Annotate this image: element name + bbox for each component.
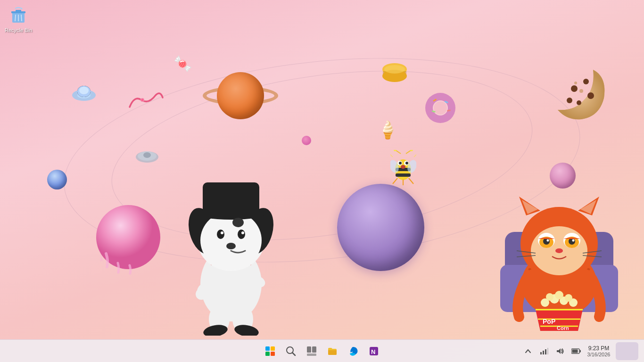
svg-line-3 <box>15 15 16 21</box>
disc-object <box>134 148 158 164</box>
pink-planet-object <box>92 202 165 277</box>
orbit-ring-1 <box>101 47 544 264</box>
svg-point-18 <box>382 63 407 75</box>
jellyfish-object <box>127 90 165 115</box>
clock-display[interactable]: 9:23 PM 3/16/2026 <box>585 345 613 357</box>
svg-point-29 <box>571 85 578 92</box>
svg-point-58 <box>247 273 267 290</box>
svg-point-103 <box>546 293 553 301</box>
svg-text:N: N <box>371 348 375 355</box>
svg-point-34 <box>579 89 583 93</box>
battery-button[interactable] <box>569 344 584 359</box>
svg-point-50 <box>390 159 400 174</box>
network-button[interactable] <box>537 344 552 359</box>
svg-line-96 <box>583 255 602 257</box>
recycle-bin-label: Recycle Bin <box>5 27 32 33</box>
recycle-bin-svg <box>8 6 28 25</box>
svg-line-95 <box>583 251 602 253</box>
onenote-button[interactable]: N <box>364 342 383 361</box>
svg-rect-25 <box>433 99 437 102</box>
search-button[interactable] <box>281 342 300 361</box>
svg-point-16 <box>143 152 151 158</box>
svg-line-37 <box>406 150 412 154</box>
start-button[interactable] <box>261 342 280 361</box>
svg-point-38 <box>394 150 396 151</box>
pink-candy-ball <box>302 136 311 145</box>
taskbar: N <box>0 339 644 362</box>
svg-line-36 <box>395 150 401 154</box>
svg-point-13 <box>141 99 144 101</box>
svg-rect-106 <box>265 346 270 351</box>
svg-point-22 <box>425 93 455 123</box>
svg-point-74 <box>233 323 259 336</box>
system-tray: 9:23 PM 3/16/2026 <box>520 342 640 360</box>
svg-point-42 <box>395 159 411 180</box>
svg-point-57 <box>196 288 207 300</box>
svg-point-70 <box>232 218 244 227</box>
svg-point-23 <box>433 100 448 115</box>
battery-icon <box>571 348 581 354</box>
svg-point-83 <box>531 226 587 275</box>
recycle-bin-icon[interactable]: Recycle Bin <box>1 4 36 35</box>
purple-planet-object <box>337 184 424 271</box>
snoopy-character <box>177 161 285 337</box>
svg-point-88 <box>543 238 550 245</box>
svg-point-31 <box>587 92 594 99</box>
svg-point-51 <box>406 159 416 174</box>
svg-point-77 <box>521 251 597 317</box>
svg-text:Corn: Corn <box>557 325 569 331</box>
show-hidden-icons-button[interactable] <box>520 344 536 359</box>
svg-point-7 <box>72 90 96 101</box>
svg-point-78 <box>520 207 598 280</box>
svg-point-48 <box>405 162 408 165</box>
donut-object <box>423 91 457 127</box>
svg-rect-2 <box>16 10 21 12</box>
svg-point-91 <box>572 239 575 242</box>
speaker-icon <box>556 347 564 355</box>
svg-point-21 <box>384 65 405 74</box>
speaker-button[interactable] <box>553 344 568 359</box>
svg-point-69 <box>226 243 236 249</box>
svg-point-20 <box>382 70 407 82</box>
orbit-ring-2 <box>54 35 590 286</box>
file-explorer-button[interactable] <box>323 342 342 361</box>
svg-point-32 <box>577 100 581 105</box>
svg-point-60 <box>184 205 222 257</box>
edge-button[interactable] <box>344 342 363 361</box>
task-view-icon <box>306 346 317 356</box>
svg-rect-43 <box>396 168 411 171</box>
svg-line-93 <box>517 251 536 253</box>
svg-point-12 <box>140 98 144 102</box>
chevron-up-icon <box>525 348 531 354</box>
svg-point-71 <box>209 305 230 333</box>
network-icon <box>540 347 548 355</box>
saturn-planet <box>203 70 278 122</box>
svg-rect-118 <box>543 351 544 354</box>
svg-line-54 <box>409 178 413 184</box>
svg-marker-79 <box>519 197 540 215</box>
svg-line-52 <box>393 178 397 184</box>
svg-point-33 <box>567 98 572 103</box>
svg-rect-119 <box>545 349 546 354</box>
svg-rect-123 <box>572 349 578 353</box>
task-view-button[interactable] <box>302 342 321 361</box>
svg-rect-113 <box>312 346 316 353</box>
svg-rect-44 <box>396 173 411 177</box>
macaron-object <box>381 63 408 84</box>
svg-rect-122 <box>580 350 581 352</box>
svg-rect-26 <box>445 101 449 104</box>
svg-point-11 <box>79 87 89 94</box>
svg-point-9 <box>77 86 91 97</box>
svg-point-45 <box>397 161 402 165</box>
svg-point-99 <box>541 298 549 307</box>
svg-rect-107 <box>271 346 275 351</box>
svg-rect-75 <box>505 232 613 307</box>
svg-point-46 <box>404 161 409 165</box>
svg-rect-76 <box>500 265 618 312</box>
cookie-moon-object <box>548 65 607 123</box>
notification-button[interactable] <box>616 342 638 360</box>
date-display: 3/16/2026 <box>587 352 611 357</box>
svg-point-66 <box>238 230 245 239</box>
svg-point-67 <box>221 231 223 234</box>
svg-point-35 <box>574 82 577 84</box>
